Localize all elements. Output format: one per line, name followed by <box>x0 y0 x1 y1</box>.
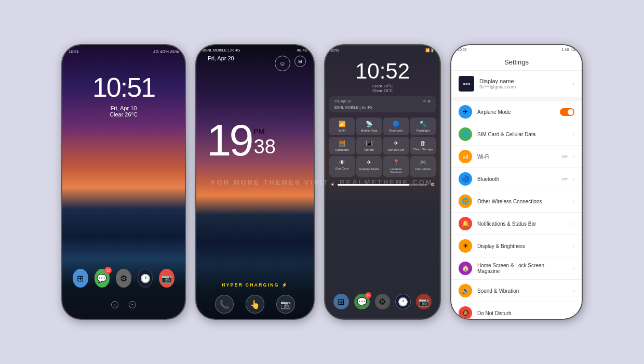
phone2-header-icons: ☺ ⊞ <box>275 56 306 71</box>
phone2-extra-icon[interactable]: ⊞ <box>294 56 306 67</box>
phone3-launcher[interactable]: ⊞ <box>333 294 349 309</box>
display-text: Display & Brightness <box>477 243 568 249</box>
vibrate-label: Vibrate <box>364 148 374 151</box>
sound-chevron: › <box>573 288 574 294</box>
phone2-app-camera[interactable]: 📷 <box>276 295 295 314</box>
display-label: Display & Brightness <box>477 243 568 249</box>
phone1-clock: 10:51 <box>62 72 185 103</box>
clean-label: Clean Storage <box>413 148 433 151</box>
app-icon-clock[interactable]: 🕐 <box>138 269 153 288</box>
phone1-status-bar: 10:51 4G 4G% 81% <box>62 45 185 56</box>
homescreen-chevron: › <box>573 266 574 271</box>
settings-item-airplane[interactable]: ✈ Airplane Mode <box>451 101 582 123</box>
settings-item-other-wireless[interactable]: 🌐 Other Wireless Connections › <box>451 190 582 213</box>
nav-back[interactable]: ‹ <box>111 301 118 308</box>
app-icon-camera[interactable]: 📷 <box>159 269 175 288</box>
settings-profile[interactable]: xperia Display name 9s***@gmail.com › <box>451 71 582 97</box>
notifications-label: Notifications & Status Bar <box>477 221 568 227</box>
mobile-data-icon: 📡 <box>366 121 373 127</box>
bluetooth-value: Off <box>562 177 568 181</box>
phone3-weather-2: Clear 26°C <box>325 88 440 93</box>
phone3-camera[interactable]: 📷 <box>416 294 432 309</box>
sim-text: SIM Card & Cellular Data <box>477 132 568 137</box>
brightness-track[interactable] <box>338 184 427 186</box>
bluetooth-icon: 🔵 <box>393 121 400 127</box>
phone2-app-fingerprint[interactable]: 👆 <box>246 295 264 314</box>
phone3-notif-edit[interactable]: ✏ ⚙ <box>423 99 431 103</box>
app-icon-settings[interactable]: ⚙ <box>116 269 131 288</box>
settings-item-homescreen[interactable]: 🏠 Home Screen & Lock Screen Magazine › <box>451 257 582 280</box>
quick-sensors[interactable]: ✈ Sensors Off <box>383 137 409 154</box>
phone2-avatar-icon[interactable]: ☺ <box>275 56 290 71</box>
dnd-icon: 🔕 <box>459 306 472 319</box>
calculator-label: Calculator <box>335 148 349 151</box>
clean-icon: 🗑 <box>420 140 426 146</box>
phone2-carrier: BSNL MOBILE | Jio 4G <box>203 48 240 52</box>
settings-item-notifications[interactable]: 🔔 Notifications & Status Bar › <box>451 213 582 235</box>
quick-flashlight[interactable]: 🔦 Flashlight <box>410 118 436 135</box>
phone3-notification: Fri, Apr 10 ✏ ⚙ BSNL MOBILE | Jio 4G <box>329 96 436 112</box>
phone3-settings[interactable]: ⚙ <box>375 294 391 309</box>
quick-wifi[interactable]: 📶 Wi-Fi <box>329 118 355 135</box>
brightness-settings-icon[interactable]: ⚙ <box>431 182 435 187</box>
phone1-date: Fri, Apr 10 <box>62 105 185 111</box>
phone1-icons-status: 4G 4G% 81% <box>153 49 179 54</box>
display-icon: ☀ <box>459 239 472 253</box>
quick-bluetooth[interactable]: 🔵 Bluetooth <box>383 118 409 135</box>
bluetooth-text: Bluetooth <box>477 176 557 182</box>
quick-airplane[interactable]: ✈ Airplane Mode <box>356 156 382 177</box>
settings-item-display[interactable]: ☀ Display & Brightness › <box>451 235 582 257</box>
bluetooth-chevron: › <box>573 176 574 182</box>
phone1-nav: ‹ ^ <box>62 301 185 308</box>
phone3-time-status: 10:52 <box>330 48 340 53</box>
quick-mobile-data[interactable]: 📡 Mobile Data <box>356 118 382 135</box>
settings-item-wifi[interactable]: 📶 Wi-Fi Off › <box>451 146 582 168</box>
phone1-weather: Clear 26°C <box>62 111 185 118</box>
quick-clean[interactable]: 🗑 Clean Storage <box>410 137 436 154</box>
display-name: Display name <box>479 78 568 84</box>
profile-chevron: › <box>573 81 574 87</box>
homescreen-icon: 🏠 <box>459 262 472 275</box>
phone2-hour: 19 <box>207 118 252 162</box>
settings-item-sound[interactable]: 🔊 Sound & Vibration › <box>451 280 582 302</box>
quick-eyecare[interactable]: 👁 Eye Care <box>329 156 355 177</box>
quick-location[interactable]: 📍 Location Services <box>383 156 409 177</box>
settings-item-dnd[interactable]: 🔕 Do Not Disturb › <box>451 302 582 319</box>
airplane-mode-label: Airplane Mode <box>477 109 555 115</box>
profile-email: 9s***@gmail.com <box>479 84 568 89</box>
app-icon-launcher[interactable]: ⊞ <box>73 269 88 288</box>
airplane-mode-text: Airplane Mode <box>477 109 555 115</box>
nav-home[interactable]: ^ <box>129 301 136 308</box>
sim-chevron: › <box>573 132 574 137</box>
quick-vision[interactable]: 🎮 O3E Vision <box>410 156 436 177</box>
app-icon-messages[interactable]: 💬 14 <box>95 269 110 288</box>
quick-calculator[interactable]: 🧮 Calculator <box>329 137 355 154</box>
phone2-signal: 4G 4G <box>297 48 307 52</box>
phone3-clock-area: 10:52 Clear 26°C Clear 26°C <box>325 59 440 93</box>
airplane-mode-toggle[interactable] <box>560 108 574 116</box>
phone-4: 10:52 1 4G 4G Settings xperia Display na… <box>450 44 583 320</box>
sound-icon: 🔊 <box>459 284 472 297</box>
location-icon: 📍 <box>393 159 400 166</box>
airplane-label: Airplane Mode <box>359 167 379 171</box>
mobile-data-label: Mobile Data <box>360 129 377 132</box>
settings-item-sim[interactable]: 🌐 SIM Card & Cellular Data › <box>451 123 582 146</box>
phone3-icons: 📶🔋 <box>425 48 435 53</box>
wifi-value: Off <box>562 154 568 159</box>
phone3-notif-date: Fri, Apr 10 <box>334 99 351 103</box>
phone4-status-bar: 10:52 1 4G 4G <box>451 45 582 54</box>
phone3-messages[interactable]: 💬 14 <box>354 294 370 309</box>
phone3-bottom-apps: ⊞ 💬 14 ⚙ 🕐 📷 <box>325 294 440 309</box>
brightness-low-icon: ☀ <box>330 182 334 187</box>
phone2-app-phone[interactable]: 📞 <box>215 295 234 314</box>
profile-text: Display name 9s***@gmail.com <box>479 78 568 89</box>
flashlight-label: Flashlight <box>417 129 430 132</box>
phone3-time: 10:52 <box>325 59 440 84</box>
quick-vibrate[interactable]: 📳 Vibrate <box>356 137 382 154</box>
settings-item-bluetooth[interactable]: 🔵 Bluetooth Off › <box>451 168 582 190</box>
wifi-icon: 📶 <box>339 121 346 127</box>
phone3-clock[interactable]: 🕐 <box>395 294 411 309</box>
other-wireless-text: Other Wireless Connections <box>477 199 568 204</box>
phone1-apps: ⊞ 💬 14 ⚙ 🕐 📷 <box>62 269 185 288</box>
notifications-text: Notifications & Status Bar <box>477 221 568 227</box>
